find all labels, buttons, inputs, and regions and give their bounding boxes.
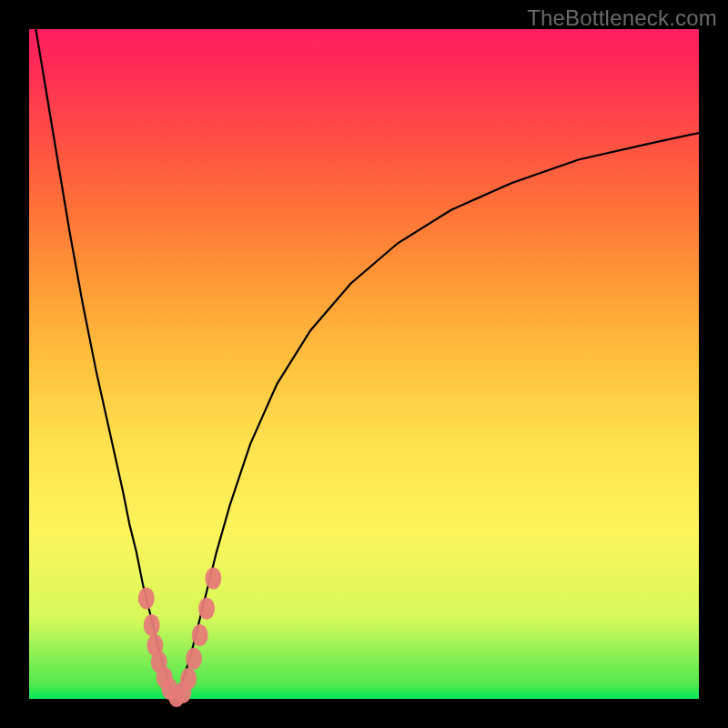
watermark-text: TheBottleneck.com xyxy=(527,5,717,31)
data-marker xyxy=(192,624,208,646)
data-marker xyxy=(138,588,155,610)
data-marker xyxy=(186,648,202,670)
data-marker xyxy=(180,668,197,690)
curve-group xyxy=(35,29,699,699)
curve-left-branch xyxy=(35,29,177,699)
markers-group xyxy=(138,568,222,708)
chart-frame: TheBottleneck.com xyxy=(0,0,728,728)
plot-area xyxy=(29,29,699,699)
data-marker xyxy=(144,614,160,636)
curve-right-branch xyxy=(177,133,699,699)
data-marker xyxy=(205,568,221,590)
chart-svg xyxy=(29,29,699,699)
data-marker xyxy=(198,598,215,620)
